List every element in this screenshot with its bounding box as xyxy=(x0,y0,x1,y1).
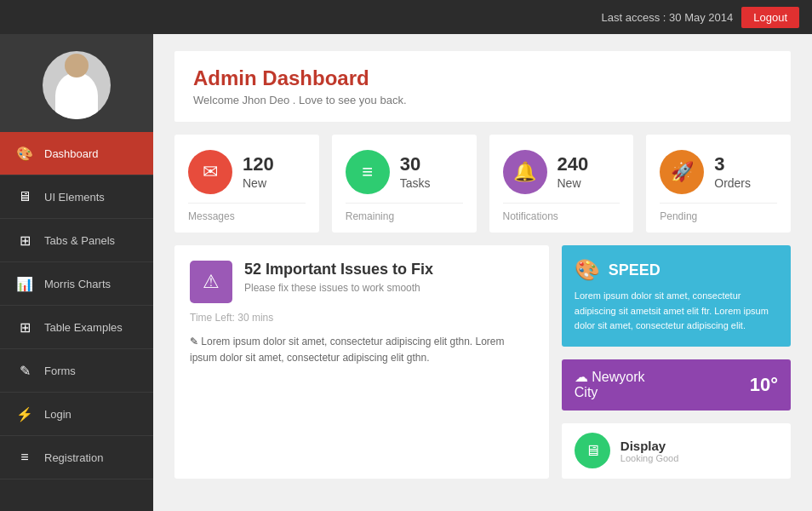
sidebar-item-login[interactable]: ⚡ Login xyxy=(0,393,153,436)
registration-icon: ≡ xyxy=(15,448,34,467)
display-card: 🖥 Display Looking Good xyxy=(562,423,791,479)
stats-row: ✉ 120 New Messages ≡ 30 Tasks Remaining … xyxy=(174,135,791,233)
stat-top-0: ✉ 120 New xyxy=(188,150,306,194)
weather-left: ☁ Newyork City xyxy=(575,369,645,400)
stat-icon-3: 🚀 xyxy=(660,150,704,194)
tabs-panels-icon: ⊞ xyxy=(15,231,34,250)
dashboard-icon: 🎨 xyxy=(15,144,34,163)
sidebar-nav: 🎨 Dashboard 🖥 UI Elements ⊞ Tabs & Panel… xyxy=(0,132,153,511)
login-label: Login xyxy=(44,408,71,421)
page-subtitle: Welcome Jhon Deo . Love to see you back. xyxy=(193,94,772,106)
table-examples-icon: ⊞ xyxy=(15,318,34,336)
stat-card-1: ≡ 30 Tasks Remaining xyxy=(332,135,477,233)
sidebar-item-tabs-panels[interactable]: ⊞ Tabs & Panels xyxy=(0,219,153,262)
speed-text: Lorem ipsum dolor sit amet, consectetur … xyxy=(575,289,778,334)
stat-numbers-2: 240 New xyxy=(558,153,589,190)
issues-title-text: Important Issues to Fix xyxy=(266,261,433,278)
stat-top-3: 🚀 3 Orders xyxy=(660,150,777,194)
speed-title: SPEED xyxy=(609,261,660,279)
tabs-panels-label: Tabs & Panels xyxy=(44,234,115,247)
stat-numbers-3: 3 Orders xyxy=(714,153,751,190)
topbar: Last access : 30 May 2014 Logout xyxy=(0,0,812,34)
display-icon: 🖥 xyxy=(575,433,610,468)
stat-count-0: 120 xyxy=(243,153,274,175)
display-info: Display Looking Good xyxy=(620,439,679,463)
stat-numbers-1: 30 Tasks xyxy=(400,153,431,190)
forms-label: Forms xyxy=(44,365,76,377)
avatar-body xyxy=(55,72,98,119)
stat-icon-2: 🔔 xyxy=(503,150,547,194)
issues-count: 52 xyxy=(244,261,266,278)
page-title: Admin Dashboard xyxy=(193,66,772,90)
stat-top-2: 🔔 240 New xyxy=(503,150,620,194)
ui-elements-label: UI Elements xyxy=(44,191,105,204)
weather-city2: City xyxy=(575,385,598,399)
stat-label-1: Tasks xyxy=(400,176,431,191)
sidebar: 🎨 Dashboard 🖥 UI Elements ⊞ Tabs & Panel… xyxy=(0,34,153,511)
weather-temp: 10° xyxy=(750,374,778,396)
login-icon: ⚡ xyxy=(15,405,34,423)
ui-elements-icon: 🖥 xyxy=(15,187,34,206)
sidebar-item-ui-elements[interactable]: 🖥 UI Elements xyxy=(0,175,153,219)
bottom-row: ⚠ 52 Important Issues to Fix Please fix … xyxy=(174,245,791,479)
speed-header: 🎨 SPEED xyxy=(575,258,778,282)
stat-icon-0: ✉ xyxy=(188,150,232,194)
stat-card-3: 🚀 3 Orders Pending xyxy=(646,135,791,233)
stat-desc-0: Messages xyxy=(188,203,306,222)
registration-label: Registration xyxy=(44,451,103,464)
display-label: Display xyxy=(620,439,679,453)
sidebar-item-dashboard[interactable]: 🎨 Dashboard xyxy=(0,132,153,175)
weather-city: Newyork xyxy=(592,370,644,384)
morris-charts-label: Morris Charts xyxy=(44,278,111,290)
avatar xyxy=(43,51,111,119)
stat-icon-1: ≡ xyxy=(346,150,390,194)
stat-card-2: 🔔 240 New Notifications xyxy=(489,135,634,233)
weather-card: ☁ Newyork City 10° xyxy=(562,359,791,411)
edit-icon: ✎ xyxy=(190,336,198,347)
sidebar-item-morris-charts[interactable]: 📊 Morris Charts xyxy=(0,262,153,306)
speed-icon: 🎨 xyxy=(575,258,600,282)
forms-icon: ✎ xyxy=(15,361,34,380)
stat-count-1: 30 xyxy=(400,153,431,175)
table-examples-label: Table Examples xyxy=(44,321,123,334)
page-header: Admin Dashboard Welcome Jhon Deo . Love … xyxy=(174,51,791,122)
last-access-text: Last access : 30 May 2014 xyxy=(602,11,734,24)
stat-desc-1: Remaining xyxy=(346,203,463,222)
sidebar-item-table-examples[interactable]: ⊞ Table Examples xyxy=(0,306,153,349)
cloud-icon: ☁ xyxy=(575,370,592,384)
issues-body-text: Lorem ipsum dolor sit amet, consectetur … xyxy=(190,336,505,364)
morris-charts-icon: 📊 xyxy=(15,274,34,293)
issues-body: ✎ Lorem ipsum dolor sit amet, consectetu… xyxy=(190,334,534,366)
stat-count-2: 240 xyxy=(558,153,589,175)
dashboard-label: Dashboard xyxy=(44,147,99,160)
stat-label-2: New xyxy=(558,176,589,191)
issues-warning-icon: ⚠ xyxy=(190,261,232,303)
issues-title: 52 Important Issues to Fix xyxy=(244,261,433,279)
sidebar-avatar xyxy=(0,34,153,132)
issues-time: Time Left: 30 mins xyxy=(190,312,534,324)
stat-label-0: New xyxy=(243,176,274,191)
stat-top-1: ≡ 30 Tasks xyxy=(346,150,463,194)
sidebar-item-forms[interactable]: ✎ Forms xyxy=(0,349,153,393)
speed-card: 🎨 SPEED Lorem ipsum dolor sit amet, cons… xyxy=(562,245,791,347)
logout-button[interactable]: Logout xyxy=(741,7,799,28)
issues-header: ⚠ 52 Important Issues to Fix Please fix … xyxy=(190,261,534,303)
stat-card-0: ✉ 120 New Messages xyxy=(174,135,319,233)
body-layout: 🎨 Dashboard 🖥 UI Elements ⊞ Tabs & Panel… xyxy=(0,34,812,511)
main-content: Admin Dashboard Welcome Jhon Deo . Love … xyxy=(153,34,812,511)
avatar-head xyxy=(65,54,89,78)
issues-subtitle: Please fix these issues to work smooth xyxy=(244,282,433,294)
stat-count-3: 3 xyxy=(714,153,751,175)
stat-desc-3: Pending xyxy=(660,203,777,222)
stat-desc-2: Notifications xyxy=(503,203,620,222)
right-cards: 🎨 SPEED Lorem ipsum dolor sit amet, cons… xyxy=(562,245,791,479)
stat-label-3: Orders xyxy=(714,176,751,191)
issues-card: ⚠ 52 Important Issues to Fix Please fix … xyxy=(174,245,549,479)
stat-numbers-0: 120 New xyxy=(243,153,274,190)
sidebar-item-registration[interactable]: ≡ Registration xyxy=(0,436,153,479)
display-sub: Looking Good xyxy=(620,453,679,463)
